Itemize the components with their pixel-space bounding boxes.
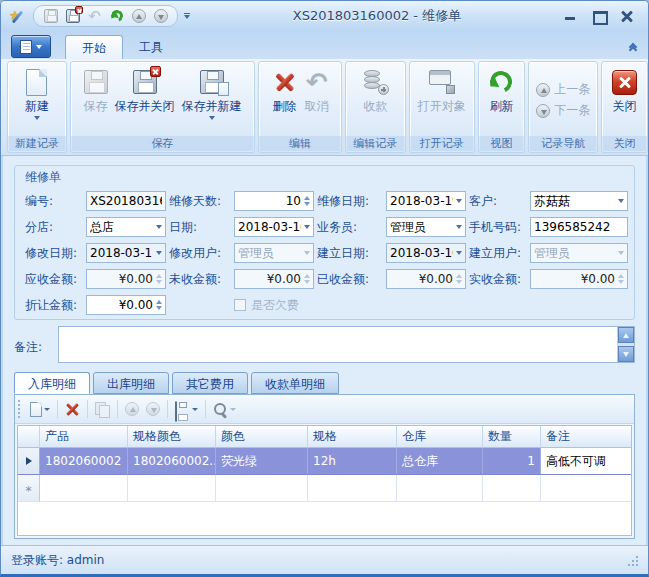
cell-color[interactable]: 荧光绿 (216, 448, 308, 475)
detail-panel: 产品 规格颜色 颜色 规格 仓库 数量 备注 1802060002 180206… (14, 394, 635, 539)
detail-move-down-button[interactable] (144, 399, 162, 420)
salesperson-dropdown[interactable]: 管理员 (386, 217, 466, 237)
application-menu-button[interactable] (11, 35, 51, 58)
spinner-arrows[interactable] (304, 196, 310, 206)
close-button[interactable] (620, 10, 634, 22)
table-row[interactable]: 1802060002 1802060002... 荧光绿 12h 总仓库 1 高… (18, 448, 631, 475)
field-label-modified-user: 修改用户: (169, 245, 231, 262)
empty-cell[interactable] (128, 475, 216, 502)
ribbon-tab-row: 开始 工具 (1, 31, 648, 59)
overdue-checkbox[interactable] (234, 299, 246, 311)
up-circle-icon (125, 402, 139, 416)
chevron-down-icon (192, 408, 198, 411)
grid-header-spec[interactable]: 规格 (308, 426, 397, 448)
empty-cell[interactable] (308, 475, 397, 502)
delete-x-icon (65, 402, 80, 417)
grid-header-product[interactable]: 产品 (40, 426, 128, 448)
detail-copy-button[interactable] (93, 399, 112, 420)
discount-amount-spinner[interactable]: ¥0.00 (86, 295, 166, 315)
qat-save-icon[interactable] (42, 8, 59, 25)
created-date-dropdown[interactable]: 2018-03-16 (386, 243, 466, 263)
empty-cell[interactable] (397, 475, 483, 502)
qat-refresh-icon[interactable] (108, 8, 125, 25)
detail-export-button[interactable] (173, 399, 200, 420)
qat-next-icon[interactable] (152, 8, 169, 25)
save-and-close-button[interactable]: 保存并关闭 (112, 64, 178, 136)
group-caption: 记录导航 (529, 136, 597, 152)
detail-delete-button[interactable] (63, 399, 82, 420)
resize-grip[interactable] (626, 554, 638, 566)
modified-date-dropdown[interactable]: 2018-03-1 (86, 243, 166, 263)
detail-new-button[interactable] (28, 399, 52, 420)
empty-cell[interactable] (216, 475, 308, 502)
collect-payment-button[interactable]: 收款 (359, 64, 391, 136)
tab-other-fees[interactable]: 其它费用 (172, 372, 248, 394)
next-record-button[interactable]: 下一条 (536, 102, 590, 119)
grid-header-spec-color[interactable]: 规格颜色 (128, 426, 216, 448)
qat-previous-icon[interactable] (130, 8, 147, 25)
cell-product[interactable]: 1802060002 (40, 448, 128, 475)
save-button[interactable]: 保存 (81, 64, 111, 136)
group-caption: 打开记录 (410, 136, 474, 152)
memo-scrollbar[interactable] (617, 327, 634, 362)
date-dropdown[interactable]: 2018-03-16 (234, 217, 314, 237)
repair-date-dropdown[interactable]: 2018-03-19 (386, 191, 466, 211)
field-label-phone: 手机号码: (469, 219, 527, 236)
ribbon-group-save: 保存 保存并关闭 保存并新建 保存 (70, 61, 255, 153)
close-form-button[interactable]: 关闭 (609, 64, 640, 136)
chevron-down-icon (209, 116, 215, 120)
cancel-button[interactable]: ↶ 取消 (302, 64, 332, 136)
grid-header-warehouse[interactable]: 仓库 (397, 426, 483, 448)
collapse-ribbon-button[interactable] (630, 44, 636, 53)
empty-cell[interactable] (40, 475, 128, 502)
toolbar-grip[interactable] (18, 400, 22, 418)
memo-input[interactable] (58, 326, 635, 363)
tab-outbound-detail[interactable]: 出库明细 (93, 372, 169, 394)
ribbon-tab-start[interactable]: 开始 (65, 35, 123, 59)
cell-spec-color[interactable]: 1802060002... (128, 448, 216, 475)
ribbon-tab-tools[interactable]: 工具 (123, 35, 179, 59)
status-bar: 登录账号: admin (1, 545, 648, 574)
empty-cell[interactable] (483, 475, 541, 502)
open-object-button[interactable]: 打开对象 (415, 64, 469, 136)
chevron-down-icon (456, 225, 462, 229)
empty-cell[interactable] (541, 475, 631, 502)
cell-quantity[interactable]: 1 (483, 448, 541, 475)
tab-inbound-detail[interactable]: 入库明细 (14, 372, 90, 394)
table-new-row[interactable]: * (18, 475, 631, 502)
delete-button[interactable]: 删除 (269, 64, 301, 136)
repair-days-spinner[interactable]: 10 (234, 191, 314, 211)
detail-preview-button[interactable] (211, 399, 238, 420)
menu-icon (20, 40, 32, 54)
tab-receipt-detail[interactable]: 收款单明细 (251, 372, 339, 394)
ribbon-group-view: 刷新 视图 (478, 61, 526, 153)
number-field[interactable]: XS20180316 (86, 191, 166, 211)
branch-dropdown[interactable]: 总店 (86, 217, 166, 237)
minimize-button[interactable] (564, 10, 578, 22)
new-button[interactable]: 新建 (22, 64, 52, 136)
memo-label: 备注: (14, 339, 42, 356)
cell-remark[interactable]: 高低不可调 (541, 448, 631, 475)
cell-spec[interactable]: 12h (308, 448, 397, 475)
grid-header-remark[interactable]: 备注 (541, 426, 631, 448)
grid-header-quantity[interactable]: 数量 (483, 426, 541, 448)
spinner-arrows[interactable] (156, 300, 162, 310)
ribbon-group-close: 关闭 关闭 (601, 61, 648, 153)
detail-move-up-button[interactable] (123, 399, 141, 420)
qat-save-close-icon[interactable] (64, 8, 81, 25)
phone-field[interactable]: 1396585242 (530, 217, 628, 237)
refresh-button[interactable]: 刷新 (486, 64, 516, 136)
grid-header-color[interactable]: 颜色 (216, 426, 308, 448)
save-icon (84, 70, 108, 94)
cell-warehouse[interactable]: 总仓库 (397, 448, 483, 475)
scroll-down-button[interactable] (618, 346, 634, 362)
field-label-date: 日期: (169, 219, 231, 236)
qat-undo-icon[interactable]: ↶ (86, 8, 103, 25)
customer-dropdown[interactable]: 苏菇菇 (530, 191, 628, 211)
ribbon-group-edit-record: 收款 编辑记录 (345, 61, 406, 153)
maximize-button[interactable] (592, 10, 606, 22)
previous-record-button[interactable]: 上一条 (536, 81, 590, 98)
modified-user-dropdown: 管理员 (234, 243, 314, 263)
scroll-up-button[interactable] (618, 327, 634, 343)
save-and-new-button[interactable]: 保存并新建 (179, 64, 245, 136)
